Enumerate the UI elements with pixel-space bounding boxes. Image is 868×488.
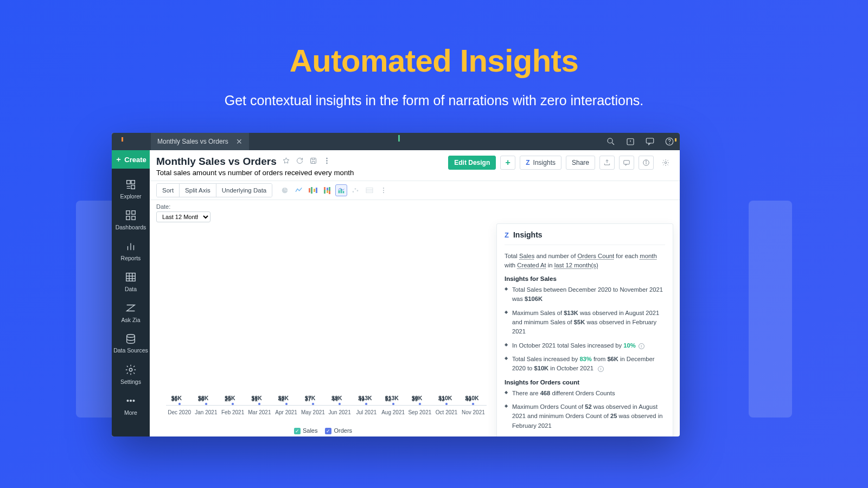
chart-toolbar: Sort Split Axis Underlying Data <box>150 181 680 200</box>
svg-point-46 <box>383 190 384 191</box>
export-icon[interactable] <box>599 156 615 170</box>
chart-type-table-icon[interactable] <box>363 184 375 196</box>
insight-item: In October 2021 total Sales increased by… <box>505 341 665 350</box>
help-icon[interactable] <box>665 137 674 146</box>
svg-rect-9 <box>126 211 130 214</box>
svg-rect-4 <box>646 138 654 143</box>
rail-dashboards[interactable]: Dashboards <box>116 209 146 230</box>
comment-icon[interactable] <box>645 137 655 146</box>
svg-point-39 <box>353 191 354 192</box>
svg-point-27 <box>326 158 327 159</box>
svg-rect-36 <box>339 190 340 193</box>
hero: Automated Insights Get contextual insigh… <box>0 0 868 108</box>
create-button[interactable]: ＋Create <box>112 150 150 169</box>
svg-point-47 <box>383 192 384 193</box>
svg-point-33 <box>646 161 646 162</box>
close-icon[interactable]: ✕ <box>236 137 242 146</box>
rail-data[interactable]: Data <box>125 271 137 292</box>
svg-rect-30 <box>624 160 630 164</box>
chart-area: $6K30$8K36$5K25$8K31$8K42$7K37$9K44$13K4… <box>156 227 490 436</box>
x-tick: Jan 2021 <box>193 409 219 415</box>
svg-point-21 <box>127 335 135 338</box>
sort-button[interactable]: Sort <box>157 184 180 197</box>
chart-type-bar-icon[interactable] <box>307 184 319 196</box>
rail-more[interactable]: More <box>124 395 137 416</box>
insights-summary: Total Sales and number of Orders Count f… <box>505 252 665 270</box>
x-tick: Feb 2021 <box>220 409 246 415</box>
insight-item: Maximum Orders Count of 52 was observed … <box>505 402 665 431</box>
hero-title: Automated Insights <box>0 42 868 79</box>
search-icon[interactable] <box>606 137 616 146</box>
main: Monthly Sales vs Orders Total sales amou… <box>150 150 680 436</box>
titlebar: Monthly Sales vs Orders ✕ <box>112 133 680 150</box>
rail-settings[interactable]: Settings <box>120 364 141 385</box>
timer-icon[interactable] <box>626 137 635 146</box>
date-label: Date: <box>156 203 673 210</box>
rail-reports[interactable]: Reports <box>121 240 141 261</box>
add-button[interactable]: + <box>500 156 515 170</box>
refresh-icon[interactable] <box>296 156 304 168</box>
insight-item: Total Sales between December 2020 to Nov… <box>505 285 665 304</box>
legend-orders[interactable]: ✓Orders <box>325 427 352 434</box>
rail-ask-zia[interactable]: Ask Zia <box>121 302 140 323</box>
date-range-select[interactable]: Last 12 Month... <box>156 211 210 222</box>
svg-point-28 <box>326 160 327 162</box>
background-card-right <box>749 201 792 418</box>
svg-rect-12 <box>132 216 135 220</box>
chart-type-stacked-icon[interactable] <box>321 184 333 196</box>
gear-icon[interactable] <box>658 156 673 170</box>
x-tick: Mar 2021 <box>246 409 273 415</box>
save-icon[interactable] <box>309 156 317 168</box>
x-tick: May 2021 <box>299 409 326 415</box>
svg-point-24 <box>130 400 132 401</box>
chat-icon[interactable] <box>619 156 634 170</box>
page-title: Monthly Sales vs Orders <box>156 156 277 168</box>
x-tick: Dec 2020 <box>166 409 193 415</box>
svg-point-45 <box>383 188 384 189</box>
share-button[interactable]: Share <box>566 156 595 170</box>
underlying-data-button[interactable]: Underlying Data <box>216 184 272 197</box>
svg-point-25 <box>133 400 135 401</box>
split-axis-button[interactable]: Split Axis <box>180 184 216 197</box>
x-tick: Nov 2021 <box>460 409 487 415</box>
zia-icon: Z <box>505 231 509 239</box>
insights-sales-heading: Insights for Sales <box>505 275 665 282</box>
svg-point-23 <box>127 400 129 401</box>
edit-design-button[interactable]: Edit Design <box>448 156 496 170</box>
info-icon[interactable] <box>639 156 654 170</box>
insights-panel: ZInsights Total Sales and number of Orde… <box>496 223 673 436</box>
x-tick: Oct 2021 <box>433 409 460 415</box>
x-tick: Jun 2021 <box>327 409 353 415</box>
chart-type-line-icon[interactable] <box>293 184 305 196</box>
svg-rect-16 <box>126 273 136 281</box>
insights-title: Insights <box>513 230 542 239</box>
x-tick: Sep 2021 <box>406 409 433 415</box>
left-rail: ＋Create Explorer Dashboards Reports Data… <box>112 150 150 436</box>
menu-icon[interactable] <box>323 156 331 168</box>
svg-rect-38 <box>343 191 344 193</box>
chart-legend: ✓Sales ✓Orders <box>156 427 490 436</box>
svg-rect-26 <box>310 158 316 164</box>
svg-rect-7 <box>127 181 130 184</box>
x-tick: Jul 2021 <box>353 409 380 415</box>
svg-rect-8 <box>131 181 135 184</box>
svg-rect-10 <box>132 211 135 214</box>
page-subtitle: Total sales amount vs number of orders r… <box>156 169 354 177</box>
rail-data-sources[interactable]: Data Sources <box>113 333 148 354</box>
chart-type-scatter-icon[interactable] <box>349 184 361 196</box>
chart-type-pie-icon[interactable] <box>279 184 291 196</box>
star-icon[interactable] <box>282 156 290 168</box>
zia-insights-button[interactable]: ZInsights <box>520 156 561 170</box>
chart-type-combo-icon[interactable] <box>335 184 347 196</box>
chart-more-icon[interactable] <box>378 184 390 196</box>
svg-line-1 <box>612 143 614 145</box>
window-tab[interactable]: Monthly Sales vs Orders ✕ <box>151 133 249 150</box>
svg-point-6 <box>669 143 670 144</box>
legend-sales[interactable]: ✓Sales <box>294 427 318 434</box>
insight-item: Total Sales increased by 83% from $6K in… <box>505 355 665 374</box>
insight-item: There are 468 different Orders Counts <box>505 389 665 398</box>
svg-point-0 <box>608 138 612 143</box>
x-tick: Apr 2021 <box>273 409 299 415</box>
rail-explorer[interactable]: Explorer <box>120 178 141 200</box>
svg-point-22 <box>129 368 132 371</box>
